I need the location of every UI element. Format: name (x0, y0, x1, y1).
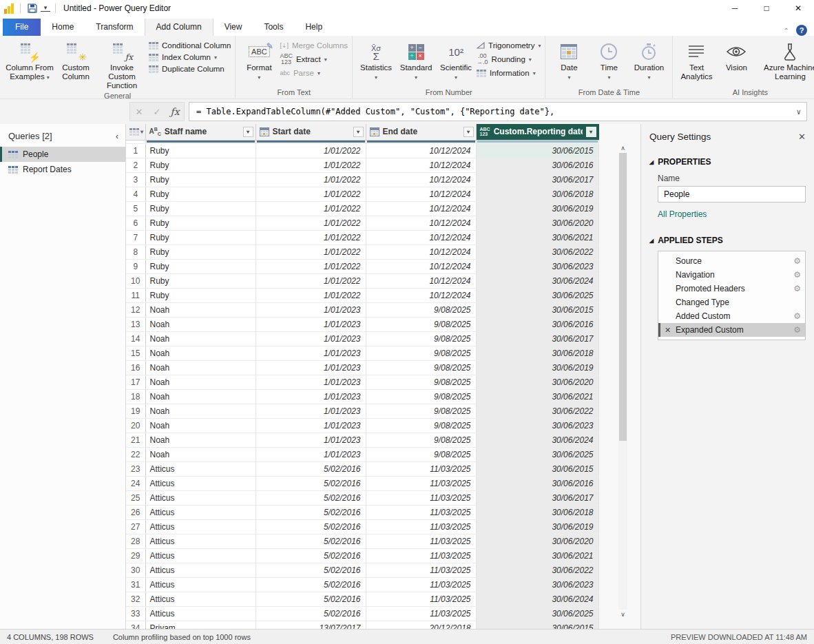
row-number-cell[interactable]: 9 (126, 259, 145, 273)
row-number-cell[interactable]: 1 (126, 143, 145, 158)
scroll-up-icon[interactable]: ∧ (620, 143, 625, 153)
staff-name-cell[interactable]: Ruby (145, 201, 255, 216)
end-date-cell[interactable]: 11/03/2025 (366, 505, 476, 519)
staff-name-cell[interactable]: Ruby (145, 187, 255, 201)
staff-name-cell[interactable]: Ruby (145, 158, 255, 172)
collapse-queries-pane-icon[interactable]: ‹ (116, 131, 118, 141)
start-date-cell[interactable]: 1/01/2022 (255, 216, 366, 230)
minimize-button[interactable]: ─ (719, 0, 751, 17)
end-date-cell[interactable]: 10/12/2024 (366, 245, 476, 259)
row-number-cell[interactable]: 17 (126, 375, 145, 389)
staff-name-cell[interactable]: Noah (145, 404, 255, 418)
index-column-button[interactable]: Index Column ▾ (149, 53, 231, 61)
staff-name-cell[interactable]: Noah (145, 302, 255, 317)
custom-reporting-date-cell[interactable]: 30/06/2025 (476, 288, 598, 302)
row-number-cell[interactable]: 34 (126, 621, 145, 629)
row-number-cell[interactable]: 33 (126, 606, 145, 621)
start-date-cell[interactable]: 5/02/2016 (255, 548, 366, 563)
close-button[interactable]: ✕ (782, 0, 814, 17)
tab-home[interactable]: Home (41, 19, 85, 36)
end-date-cell[interactable]: 20/12/2018 (366, 621, 476, 629)
custom-reporting-date-cell[interactable]: 30/06/2024 (476, 273, 598, 288)
end-date-cell[interactable]: 11/03/2025 (366, 563, 476, 577)
tab-file[interactable]: File (3, 19, 41, 36)
all-properties-link[interactable]: All Properties (658, 209, 806, 219)
end-date-cell[interactable]: 10/12/2024 (366, 158, 476, 172)
column-header-end-date[interactable]: End date ▾ (366, 124, 476, 140)
time-button[interactable]: Time▾ (589, 39, 628, 87)
rounding-button[interactable]: .00→.0 Rounding ▾ (477, 53, 541, 65)
row-number-cell[interactable]: 15 (126, 346, 145, 360)
start-date-cell[interactable]: 1/01/2023 (255, 360, 366, 375)
staff-name-cell[interactable]: Atticus (145, 592, 255, 606)
staff-name-cell[interactable]: Ruby (145, 172, 255, 187)
applied-step-item[interactable]: ✕ Navigation ⚙ (658, 268, 805, 282)
delete-step-icon[interactable]: ✕ (665, 326, 676, 335)
row-number-cell[interactable]: 25 (126, 490, 145, 505)
custom-column-button[interactable]: ✳ Custom Column (56, 39, 95, 90)
row-number-cell[interactable]: 12 (126, 302, 145, 317)
row-number-cell[interactable]: 7 (126, 230, 145, 245)
end-date-cell[interactable]: 9/08/2025 (366, 331, 476, 346)
staff-name-cell[interactable]: Atticus (145, 461, 255, 476)
start-date-cell[interactable]: 1/01/2023 (255, 404, 366, 418)
any-type-icon[interactable]: ABC123 (480, 127, 490, 136)
custom-reporting-date-cell[interactable]: 30/06/2024 (476, 592, 598, 606)
filter-dropdown-icon[interactable]: ▾ (463, 127, 474, 137)
start-date-cell[interactable]: 1/01/2022 (255, 245, 366, 259)
custom-reporting-date-cell[interactable]: 30/06/2017 (476, 331, 598, 346)
invoke-custom-function-button[interactable]: ƒx Invoke Custom Function (96, 39, 147, 90)
column-header-start-date[interactable]: Start date ▾ (255, 124, 366, 140)
step-settings-gear-icon[interactable]: ⚙ (793, 256, 801, 266)
start-date-cell[interactable]: 5/02/2016 (255, 519, 366, 534)
custom-reporting-date-cell[interactable]: 30/06/2023 (476, 418, 598, 433)
row-number-cell[interactable]: 20 (126, 418, 145, 433)
staff-name-cell[interactable]: Atticus (145, 534, 255, 548)
start-date-cell[interactable]: 1/01/2022 (255, 158, 366, 172)
column-header-custom-reporting-date[interactable]: ABC123 Custom.Reporting date ▾ (476, 124, 598, 140)
end-date-cell[interactable]: 9/08/2025 (366, 302, 476, 317)
azure-machine-learning-button[interactable]: Azure Machine Learning (757, 39, 814, 87)
custom-reporting-date-cell[interactable]: 30/06/2016 (476, 317, 598, 331)
custom-reporting-date-cell[interactable]: 30/06/2016 (476, 158, 598, 172)
custom-reporting-date-cell[interactable]: 30/06/2020 (476, 534, 598, 548)
start-date-cell[interactable]: 5/02/2016 (255, 592, 366, 606)
start-date-cell[interactable]: 1/01/2023 (255, 375, 366, 389)
start-date-cell[interactable]: 1/01/2023 (255, 447, 366, 461)
vertical-scrollbar[interactable]: ∧ ∨ (618, 143, 628, 619)
close-query-settings-icon[interactable]: ✕ (798, 132, 806, 142)
staff-name-cell[interactable]: Atticus (145, 577, 255, 592)
expand-formula-bar-icon[interactable]: ∨ (796, 107, 801, 116)
staff-name-cell[interactable]: Noah (145, 317, 255, 331)
vision-button[interactable]: Vision (717, 39, 755, 87)
information-button[interactable]: Information ▾ (477, 69, 541, 77)
statistics-button[interactable]: X̄σΣ Statistics▾ (357, 39, 395, 87)
tab-view[interactable]: View (213, 19, 253, 36)
row-number-cell[interactable]: 18 (126, 389, 145, 404)
staff-name-cell[interactable]: Noah (145, 346, 255, 360)
row-number-cell[interactable]: 10 (126, 273, 145, 288)
date-button[interactable]: Date▾ (550, 39, 588, 87)
end-date-cell[interactable]: 10/12/2024 (366, 143, 476, 158)
custom-reporting-date-cell[interactable]: 30/06/2019 (476, 201, 598, 216)
step-settings-gear-icon[interactable]: ⚙ (793, 311, 801, 321)
tab-transform[interactable]: Transform (85, 19, 144, 36)
row-number-cell[interactable]: 6 (126, 216, 145, 230)
custom-reporting-date-cell[interactable]: 30/06/2017 (476, 490, 598, 505)
save-icon[interactable] (25, 1, 39, 15)
start-date-cell[interactable]: 5/02/2016 (255, 534, 366, 548)
start-date-cell[interactable]: 1/01/2023 (255, 331, 366, 346)
row-number-cell[interactable]: 16 (126, 360, 145, 375)
custom-reporting-date-cell[interactable]: 30/06/2019 (476, 360, 598, 375)
staff-name-cell[interactable]: Ruby (145, 273, 255, 288)
row-number-cell[interactable]: 29 (126, 548, 145, 563)
custom-reporting-date-cell[interactable]: 30/06/2023 (476, 259, 598, 273)
start-date-cell[interactable]: 5/02/2016 (255, 606, 366, 621)
tab-help[interactable]: Help (294, 19, 333, 36)
end-date-cell[interactable]: 11/03/2025 (366, 548, 476, 563)
custom-reporting-date-cell[interactable]: 30/06/2019 (476, 519, 598, 534)
step-settings-gear-icon[interactable]: ⚙ (793, 284, 801, 293)
query-list-item[interactable]: People (0, 147, 125, 162)
end-date-cell[interactable]: 11/03/2025 (366, 490, 476, 505)
extract-button[interactable]: ABC123 Extract ▾ (280, 53, 348, 65)
